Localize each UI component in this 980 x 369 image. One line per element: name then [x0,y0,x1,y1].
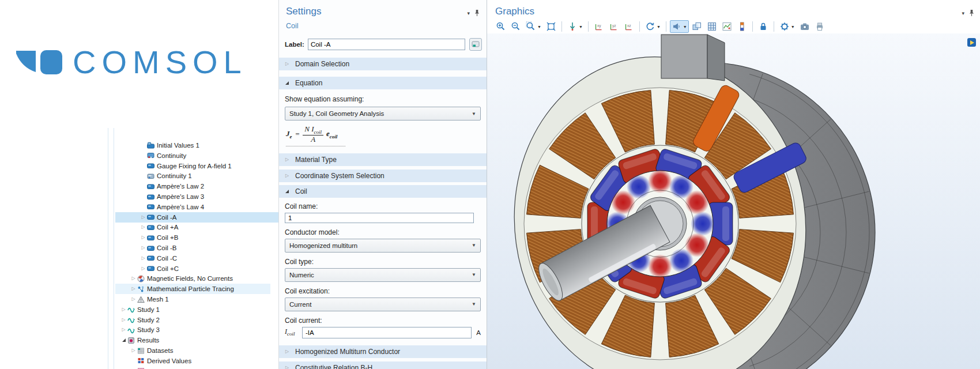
section-coil[interactable]: Coil [279,185,487,198]
coil-current-unit: A [472,329,481,336]
tree-item-mathematical-particle-tracing[interactable]: ▷Mathematical Particle Tracing [115,284,270,294]
section-coordinate-system[interactable]: ▷ Coordinate System Selection [279,170,487,182]
tree-expand-arrow-icon[interactable]: ▷ [130,348,137,353]
tree-expand-arrow-icon[interactable]: ▷ [140,266,146,271]
tree-item-gauge-fixing-for-a-field-1[interactable]: Gauge Fixing for A-field 1 [115,161,280,171]
tree-expand-arrow-icon[interactable]: ▷ [140,256,146,261]
tree-expand-arrow-icon[interactable]: ▷ [140,246,146,250]
tree-item-magnetic-fields-no-currents[interactable]: ▷Magnetic Fields, No Currents [115,273,270,284]
graphics-canvas[interactable] [487,33,980,369]
transparency-button[interactable] [690,20,704,33]
tree-item-mesh-1[interactable]: ▷Mesh 1 [115,294,270,304]
zoom-out-button[interactable] [509,20,523,33]
tree-item-coil-c[interactable]: ▷Coil -C [115,253,280,263]
tree-item-amp-re-s-law-2[interactable]: Ampère's Law 2 [115,181,280,191]
default-3d-view-button[interactable]: ▼ [566,20,585,33]
panel-menu-caret-icon[interactable]: ▾ [467,10,470,16]
coil-current-input[interactable] [302,327,472,338]
tree-guide-line [114,128,114,369]
wireframe-rendering-button[interactable] [705,20,719,33]
zoom-extents-button[interactable] [544,20,558,33]
coil-name-input[interactable] [285,213,474,223]
section-equation[interactable]: Equation [279,77,487,89]
tree-item-results[interactable]: Results [115,335,261,345]
tree-item-label: Derived Values [147,357,191,364]
tree-item-partial[interactable] [115,366,270,369]
color-legend-button[interactable] [735,20,749,33]
chevron-down-icon: ▼ [537,25,541,29]
rename-button[interactable] [469,38,482,51]
snapshot-camera-icon [800,21,810,32]
equation-study-select[interactable]: Study 1, Coil Geometry Analysis ▼ [285,107,481,121]
tree-expand-arrow-icon[interactable] [120,338,127,342]
coil-type-label: Coil type: [279,258,487,266]
tree-expand-arrow-icon[interactable]: ▷ [130,297,137,302]
svg-text:xz: xz [627,24,631,28]
tree-item-label: Results [137,337,159,344]
tree-item-study-2[interactable]: ▷Study 2 [115,315,261,325]
pin-icon[interactable] [474,9,480,17]
domain-condition-icon [147,162,154,170]
scene-light-icon [672,21,682,32]
snapshot-camera-button[interactable] [798,20,812,33]
tree-expand-arrow-icon[interactable]: ▷ [140,235,146,240]
view-xy-button[interactable]: xy [592,20,606,33]
tree-expand-arrow-icon[interactable]: ▷ [130,276,137,281]
study-icon [127,316,135,323]
chevron-down-icon: ▼ [791,25,795,29]
zoom-box-button[interactable]: ▼ [524,20,543,33]
default-3d-view-icon [567,21,578,32]
tree-expand-arrow-icon[interactable]: ▷ [140,215,146,220]
print-button[interactable] [813,20,827,33]
rotate-view-button[interactable]: ▼ [643,20,662,33]
section-homogenized-multiturn[interactable]: ▷ Homogenized Multiturn Conductor [279,345,487,358]
tree-expand-arrow-icon[interactable]: ▷ [120,307,127,312]
scene-light-button[interactable]: ▼ [670,20,689,33]
view-xz-button[interactable]: xz [622,20,636,33]
tree-guide-line [108,128,108,369]
pin-icon[interactable] [969,9,974,17]
graphics-settings-button[interactable]: ▼ [778,20,797,33]
tree-item-continuity[interactable]: Continuity [115,150,280,161]
study-icon [127,306,135,313]
tree-item-coil-c[interactable]: ▷Coil +C [115,263,280,274]
label-input[interactable] [308,39,465,50]
tree-item-coil-b[interactable]: ▷Coil -B [115,243,280,253]
section-material-type[interactable]: ▷ Material Type [279,153,487,166]
coil-excitation-select[interactable]: Current ▼ [285,298,481,311]
tree-item-label: Continuity 1 [157,172,192,179]
tree-expand-arrow-icon[interactable]: ▷ [140,225,146,229]
plot-settings-button[interactable] [720,20,734,33]
tree-item-datasets[interactable]: ▷Datasets [115,345,270,356]
tree-expand-arrow-icon[interactable]: ▷ [130,287,137,291]
lock-axis-button[interactable] [756,20,770,33]
view-xz-icon: xz [624,21,634,32]
tree-expand-arrow-icon[interactable]: ▷ [120,327,127,332]
tree-item-initial-values-1[interactable]: Initial Values 1 [115,140,280,150]
settings-node-type: Coil [286,22,299,30]
tree-item-coil-a[interactable]: ▷Coil -A [115,212,280,223]
section-domain-selection[interactable]: ▷ Domain Selection [279,58,487,70]
tree-item-coil-b[interactable]: ▷Coil +B [115,232,280,243]
domain-condition-icon [147,244,154,252]
section-constitutive-relation[interactable]: ▷ Constitutive Relation B-H [279,362,487,369]
conductor-model-select[interactable]: Homogenized multiturn ▼ [285,239,481,253]
tree-item-coil-a[interactable]: ▷Coil +A [115,222,280,232]
tree-item-derived-values[interactable]: Derived Values [115,356,270,366]
toolbar-divider [588,21,589,32]
view-yz-button[interactable]: yz [607,20,621,33]
tree-item-label: Coil -A [157,214,177,221]
zoom-extents-icon [546,21,556,32]
coil-type-select[interactable]: Numeric ▼ [285,268,481,282]
tree-item-study-3[interactable]: ▷Study 3 [115,325,261,335]
panel-menu-caret-icon[interactable]: ▾ [962,10,964,16]
tree-item-amp-re-s-law-4[interactable]: Ampère's Law 4 [115,202,280,212]
zoom-in-button[interactable] [494,20,508,33]
toolbar-divider [639,21,640,32]
view-xy-icon: xy [594,21,604,32]
tree-item-study-1[interactable]: ▷Study 1 [115,304,261,315]
tree-item-amp-re-s-law-3[interactable]: Ampère's Law 3 [115,191,280,202]
tree-item-continuity-1[interactable]: Continuity 1 [115,171,280,181]
tree-expand-arrow-icon[interactable]: ▷ [120,318,127,322]
plot-window-icon[interactable] [967,38,976,47]
